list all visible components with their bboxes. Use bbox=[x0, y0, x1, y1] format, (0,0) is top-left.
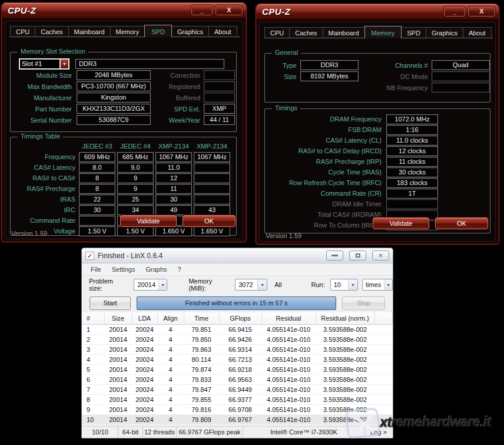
close-icon[interactable]: ✕ bbox=[372, 250, 389, 261]
cell-spacer bbox=[374, 344, 393, 354]
tab-cpu[interactable]: CPU bbox=[264, 27, 290, 38]
tab-memory[interactable]: Memory bbox=[110, 26, 145, 37]
dc-mode-field bbox=[432, 71, 490, 81]
timing-cell bbox=[79, 216, 115, 226]
minimize-icon[interactable]: _ bbox=[444, 6, 465, 17]
memory-value: 3072 bbox=[236, 279, 257, 290]
menu-graphs[interactable]: Graphs bbox=[140, 265, 172, 274]
restore-icon[interactable] bbox=[349, 250, 366, 261]
timing-label: Frequency bbox=[19, 153, 75, 160]
cell-lda: 20024 bbox=[132, 324, 157, 334]
timing-cell bbox=[194, 184, 230, 194]
cpuz-spd-titlebar[interactable]: CPU-Z _ X bbox=[2, 3, 246, 18]
tab-spd[interactable]: SPD bbox=[401, 27, 426, 38]
tab-spd[interactable]: SPD bbox=[144, 25, 172, 37]
cell-residual: 4.055141e-010 bbox=[261, 334, 316, 344]
cell-residual-norm: 3.593588e-002 bbox=[316, 374, 374, 384]
run-label: Run: bbox=[311, 281, 325, 288]
timing-label: Command Rate bbox=[19, 217, 75, 224]
part-number-field: KHX2133C11D3/2GX bbox=[77, 104, 151, 114]
table-row[interactable]: 3 20014 20024 4 79.863 66.9314 4.055141e… bbox=[82, 344, 393, 354]
menu-file[interactable]: File bbox=[85, 265, 107, 274]
cpuz-spd-client: CPU Caches Mainboard Memory SPD Graphics… bbox=[5, 21, 243, 239]
run-controls: Start Finished without errors in 15 m 57… bbox=[82, 294, 393, 312]
cell-lda: 20024 bbox=[132, 364, 157, 374]
run-unit-select[interactable]: times ▼ bbox=[362, 279, 393, 291]
cell-gflops: 66.9708 bbox=[219, 404, 261, 414]
memory-slot-selection-group: Memory Slot Selection Slot #1 ▼ DDR3 Mod… bbox=[10, 52, 237, 132]
cell-index: 1 bbox=[82, 324, 104, 334]
tab-about[interactable]: About bbox=[208, 26, 237, 37]
column-header[interactable]: Residual (norm.) bbox=[316, 312, 374, 324]
problem-size-select[interactable]: 20014 ▼ bbox=[134, 279, 167, 291]
column-header[interactable]: GFlops bbox=[219, 312, 261, 324]
column-header[interactable]: Size bbox=[104, 312, 132, 324]
cell-align: 4 bbox=[157, 374, 184, 384]
ok-button[interactable]: OK bbox=[435, 217, 488, 229]
cell-index: 9 bbox=[82, 404, 104, 414]
close-icon[interactable]: X bbox=[468, 6, 495, 17]
minimize-icon[interactable]: _ bbox=[191, 5, 213, 15]
timing-label: Command Rate (CR) bbox=[265, 190, 382, 197]
cell-time: 79.850 bbox=[184, 334, 219, 344]
dropdown-arrow-icon[interactable]: ▼ bbox=[59, 60, 68, 68]
timing-row: Command Rate (CR) 1T bbox=[265, 188, 490, 199]
tab-about[interactable]: About bbox=[463, 27, 492, 38]
timing-label: CAS# Latency (CL) bbox=[265, 137, 382, 144]
menu-settings[interactable]: Settings bbox=[107, 265, 141, 274]
table-row[interactable]: 7 20014 20024 4 79.847 66.9449 4.055141e… bbox=[82, 384, 393, 394]
start-button[interactable]: Start bbox=[89, 296, 131, 310]
column-header[interactable]: Align bbox=[157, 312, 184, 324]
timing-cell: 685 MHz bbox=[117, 152, 154, 162]
timing-row: RAS# Precharge (tRP) 11 clocks bbox=[265, 156, 490, 167]
problem-size-label: Problem size: bbox=[89, 278, 127, 292]
tab-graphics[interactable]: Graphics bbox=[171, 26, 209, 37]
field-label: Size bbox=[271, 73, 297, 80]
ok-button[interactable]: OK bbox=[183, 215, 236, 227]
column-header[interactable]: # bbox=[82, 312, 104, 324]
timing-label: Cycle Time (tRAS) bbox=[265, 169, 382, 176]
stop-button[interactable]: Stop bbox=[342, 296, 385, 310]
table-row[interactable]: 2 20014 20024 4 79.850 66.9426 4.055141e… bbox=[82, 334, 393, 344]
cell-time: 79.816 bbox=[184, 404, 219, 414]
menu-help[interactable]: ? bbox=[173, 265, 187, 274]
cell-residual-norm: 3.593588e-002 bbox=[316, 334, 374, 344]
tab-graphics[interactable]: Graphics bbox=[426, 27, 463, 38]
timing-cell: 1.650 V bbox=[155, 226, 192, 236]
cell-residual: 4.055141e-010 bbox=[261, 354, 316, 364]
cpuz-memory-titlebar[interactable]: CPU-Z _ X bbox=[256, 4, 499, 19]
linx-titlebar[interactable]: ✓ Finished - LinX 0.6.4 ✕ bbox=[82, 248, 393, 263]
cell-align: 4 bbox=[157, 364, 184, 374]
tab-memory[interactable]: Memory bbox=[364, 26, 402, 38]
tab-mainboard[interactable]: Mainboard bbox=[68, 26, 111, 37]
cell-time: 79.863 bbox=[184, 344, 219, 354]
nb-frequency-field bbox=[432, 83, 490, 93]
column-header[interactable]: Time bbox=[184, 312, 219, 324]
column-header[interactable]: Residual bbox=[261, 312, 316, 324]
validate-button[interactable]: Validate bbox=[120, 215, 177, 227]
column-header[interactable]: LDA bbox=[132, 312, 157, 324]
run-count-select[interactable]: 10 ▼ bbox=[330, 279, 358, 291]
tab-caches[interactable]: Caches bbox=[35, 26, 68, 37]
timing-label: RAS# Precharge bbox=[19, 185, 75, 192]
cpuz-memory-window: CPU-Z _ X CPU Caches Mainboard Memory SP… bbox=[256, 4, 499, 245]
table-row[interactable]: 1 20014 20024 4 79.851 66.9415 4.055141e… bbox=[82, 324, 393, 334]
cell-size: 20014 bbox=[104, 414, 132, 424]
cell-size: 20014 bbox=[104, 384, 132, 394]
table-row[interactable]: 5 20014 20024 4 79.874 66.9218 4.055141e… bbox=[82, 364, 393, 374]
table-row[interactable]: 4 20014 20024 4 80.114 66.7213 4.055141e… bbox=[82, 354, 393, 364]
tab-caches[interactable]: Caches bbox=[289, 27, 323, 38]
cell-spacer bbox=[374, 384, 393, 394]
table-row[interactable]: 8 20014 20024 4 79.855 66.9377 4.055141e… bbox=[82, 394, 393, 404]
memory-select[interactable]: 3072 ▼ bbox=[235, 279, 267, 291]
table-row[interactable]: 6 20014 20024 4 79.833 66.9563 4.055141e… bbox=[82, 374, 393, 384]
slot-select[interactable]: Slot #1 ▼ bbox=[19, 58, 69, 70]
status-progress: 10/10 bbox=[82, 427, 118, 437]
tab-bar: CPU Caches Mainboard Memory SPD Graphics… bbox=[264, 25, 493, 38]
validate-button[interactable]: Validate bbox=[373, 217, 429, 229]
minimize-icon[interactable] bbox=[326, 250, 343, 261]
close-icon[interactable]: X bbox=[215, 5, 243, 15]
tab-mainboard[interactable]: Mainboard bbox=[323, 27, 365, 38]
field-label: NB Frequency bbox=[359, 84, 427, 91]
tab-cpu[interactable]: CPU bbox=[10, 26, 35, 37]
